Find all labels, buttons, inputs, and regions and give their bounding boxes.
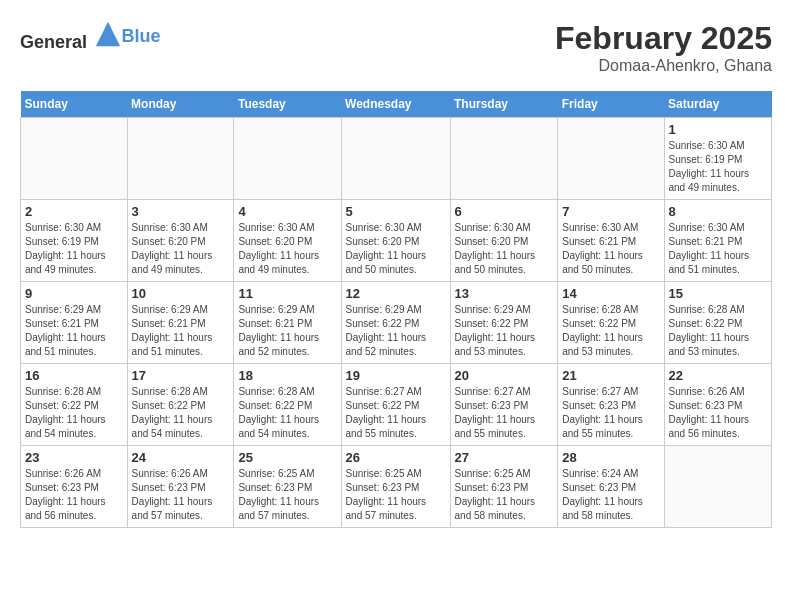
table-row: 14Sunrise: 6:28 AM Sunset: 6:22 PM Dayli… [558, 282, 664, 364]
day-number: 20 [455, 368, 554, 383]
logo-general: General [20, 32, 87, 52]
table-row [127, 118, 234, 200]
table-row: 19Sunrise: 6:27 AM Sunset: 6:22 PM Dayli… [341, 364, 450, 446]
day-number: 6 [455, 204, 554, 219]
calendar-week-row: 2Sunrise: 6:30 AM Sunset: 6:19 PM Daylig… [21, 200, 772, 282]
day-number: 7 [562, 204, 659, 219]
table-row: 9Sunrise: 6:29 AM Sunset: 6:21 PM Daylig… [21, 282, 128, 364]
day-number: 19 [346, 368, 446, 383]
logo-blue: Blue [122, 26, 161, 46]
day-number: 16 [25, 368, 123, 383]
day-number: 3 [132, 204, 230, 219]
day-info: Sunrise: 6:29 AM Sunset: 6:22 PM Dayligh… [346, 303, 446, 359]
day-info: Sunrise: 6:30 AM Sunset: 6:19 PM Dayligh… [669, 139, 768, 195]
day-number: 4 [238, 204, 336, 219]
day-info: Sunrise: 6:30 AM Sunset: 6:20 PM Dayligh… [455, 221, 554, 277]
day-info: Sunrise: 6:28 AM Sunset: 6:22 PM Dayligh… [238, 385, 336, 441]
table-row: 27Sunrise: 6:25 AM Sunset: 6:23 PM Dayli… [450, 446, 558, 528]
day-info: Sunrise: 6:30 AM Sunset: 6:20 PM Dayligh… [238, 221, 336, 277]
calendar-header-row: Sunday Monday Tuesday Wednesday Thursday… [21, 91, 772, 118]
table-row: 6Sunrise: 6:30 AM Sunset: 6:20 PM Daylig… [450, 200, 558, 282]
table-row: 24Sunrise: 6:26 AM Sunset: 6:23 PM Dayli… [127, 446, 234, 528]
table-row: 22Sunrise: 6:26 AM Sunset: 6:23 PM Dayli… [664, 364, 772, 446]
day-info: Sunrise: 6:26 AM Sunset: 6:23 PM Dayligh… [132, 467, 230, 523]
table-row: 4Sunrise: 6:30 AM Sunset: 6:20 PM Daylig… [234, 200, 341, 282]
day-info: Sunrise: 6:24 AM Sunset: 6:23 PM Dayligh… [562, 467, 659, 523]
table-row [341, 118, 450, 200]
day-info: Sunrise: 6:28 AM Sunset: 6:22 PM Dayligh… [562, 303, 659, 359]
day-info: Sunrise: 6:27 AM Sunset: 6:22 PM Dayligh… [346, 385, 446, 441]
col-saturday: Saturday [664, 91, 772, 118]
table-row: 11Sunrise: 6:29 AM Sunset: 6:21 PM Dayli… [234, 282, 341, 364]
day-number: 26 [346, 450, 446, 465]
table-row [21, 118, 128, 200]
table-row: 2Sunrise: 6:30 AM Sunset: 6:19 PM Daylig… [21, 200, 128, 282]
table-row: 12Sunrise: 6:29 AM Sunset: 6:22 PM Dayli… [341, 282, 450, 364]
col-tuesday: Tuesday [234, 91, 341, 118]
calendar-week-row: 1Sunrise: 6:30 AM Sunset: 6:19 PM Daylig… [21, 118, 772, 200]
day-number: 8 [669, 204, 768, 219]
day-info: Sunrise: 6:27 AM Sunset: 6:23 PM Dayligh… [562, 385, 659, 441]
day-number: 12 [346, 286, 446, 301]
day-info: Sunrise: 6:30 AM Sunset: 6:20 PM Dayligh… [132, 221, 230, 277]
day-number: 9 [25, 286, 123, 301]
table-row: 15Sunrise: 6:28 AM Sunset: 6:22 PM Dayli… [664, 282, 772, 364]
col-sunday: Sunday [21, 91, 128, 118]
col-thursday: Thursday [450, 91, 558, 118]
table-row [558, 118, 664, 200]
day-number: 1 [669, 122, 768, 137]
day-info: Sunrise: 6:27 AM Sunset: 6:23 PM Dayligh… [455, 385, 554, 441]
day-info: Sunrise: 6:26 AM Sunset: 6:23 PM Dayligh… [669, 385, 768, 441]
location-title: Domaa-Ahenkro, Ghana [555, 57, 772, 75]
table-row: 20Sunrise: 6:27 AM Sunset: 6:23 PM Dayli… [450, 364, 558, 446]
table-row: 7Sunrise: 6:30 AM Sunset: 6:21 PM Daylig… [558, 200, 664, 282]
day-info: Sunrise: 6:28 AM Sunset: 6:22 PM Dayligh… [132, 385, 230, 441]
day-number: 13 [455, 286, 554, 301]
day-info: Sunrise: 6:26 AM Sunset: 6:23 PM Dayligh… [25, 467, 123, 523]
table-row: 18Sunrise: 6:28 AM Sunset: 6:22 PM Dayli… [234, 364, 341, 446]
calendar-week-row: 16Sunrise: 6:28 AM Sunset: 6:22 PM Dayli… [21, 364, 772, 446]
day-info: Sunrise: 6:28 AM Sunset: 6:22 PM Dayligh… [25, 385, 123, 441]
day-number: 23 [25, 450, 123, 465]
day-info: Sunrise: 6:29 AM Sunset: 6:21 PM Dayligh… [25, 303, 123, 359]
table-row: 3Sunrise: 6:30 AM Sunset: 6:20 PM Daylig… [127, 200, 234, 282]
col-wednesday: Wednesday [341, 91, 450, 118]
month-title: February 2025 [555, 20, 772, 57]
col-friday: Friday [558, 91, 664, 118]
table-row: 23Sunrise: 6:26 AM Sunset: 6:23 PM Dayli… [21, 446, 128, 528]
day-number: 14 [562, 286, 659, 301]
table-row: 5Sunrise: 6:30 AM Sunset: 6:20 PM Daylig… [341, 200, 450, 282]
table-row: 8Sunrise: 6:30 AM Sunset: 6:21 PM Daylig… [664, 200, 772, 282]
day-info: Sunrise: 6:30 AM Sunset: 6:21 PM Dayligh… [562, 221, 659, 277]
day-number: 10 [132, 286, 230, 301]
day-info: Sunrise: 6:30 AM Sunset: 6:20 PM Dayligh… [346, 221, 446, 277]
day-info: Sunrise: 6:28 AM Sunset: 6:22 PM Dayligh… [669, 303, 768, 359]
table-row: 26Sunrise: 6:25 AM Sunset: 6:23 PM Dayli… [341, 446, 450, 528]
day-info: Sunrise: 6:25 AM Sunset: 6:23 PM Dayligh… [238, 467, 336, 523]
day-info: Sunrise: 6:29 AM Sunset: 6:22 PM Dayligh… [455, 303, 554, 359]
day-info: Sunrise: 6:25 AM Sunset: 6:23 PM Dayligh… [346, 467, 446, 523]
day-info: Sunrise: 6:29 AM Sunset: 6:21 PM Dayligh… [132, 303, 230, 359]
day-number: 11 [238, 286, 336, 301]
table-row: 28Sunrise: 6:24 AM Sunset: 6:23 PM Dayli… [558, 446, 664, 528]
day-info: Sunrise: 6:30 AM Sunset: 6:21 PM Dayligh… [669, 221, 768, 277]
page-header: General Blue February 2025 Domaa-Ahenkro… [20, 20, 772, 75]
table-row: 17Sunrise: 6:28 AM Sunset: 6:22 PM Dayli… [127, 364, 234, 446]
table-row [234, 118, 341, 200]
day-number: 18 [238, 368, 336, 383]
table-row: 1Sunrise: 6:30 AM Sunset: 6:19 PM Daylig… [664, 118, 772, 200]
day-number: 17 [132, 368, 230, 383]
svg-marker-0 [95, 22, 119, 46]
day-number: 25 [238, 450, 336, 465]
day-number: 2 [25, 204, 123, 219]
table-row [450, 118, 558, 200]
day-number: 15 [669, 286, 768, 301]
table-row: 25Sunrise: 6:25 AM Sunset: 6:23 PM Dayli… [234, 446, 341, 528]
day-info: Sunrise: 6:30 AM Sunset: 6:19 PM Dayligh… [25, 221, 123, 277]
table-row: 21Sunrise: 6:27 AM Sunset: 6:23 PM Dayli… [558, 364, 664, 446]
table-row [664, 446, 772, 528]
logo: General Blue [20, 20, 161, 53]
calendar-week-row: 9Sunrise: 6:29 AM Sunset: 6:21 PM Daylig… [21, 282, 772, 364]
table-row: 13Sunrise: 6:29 AM Sunset: 6:22 PM Dayli… [450, 282, 558, 364]
table-row: 16Sunrise: 6:28 AM Sunset: 6:22 PM Dayli… [21, 364, 128, 446]
